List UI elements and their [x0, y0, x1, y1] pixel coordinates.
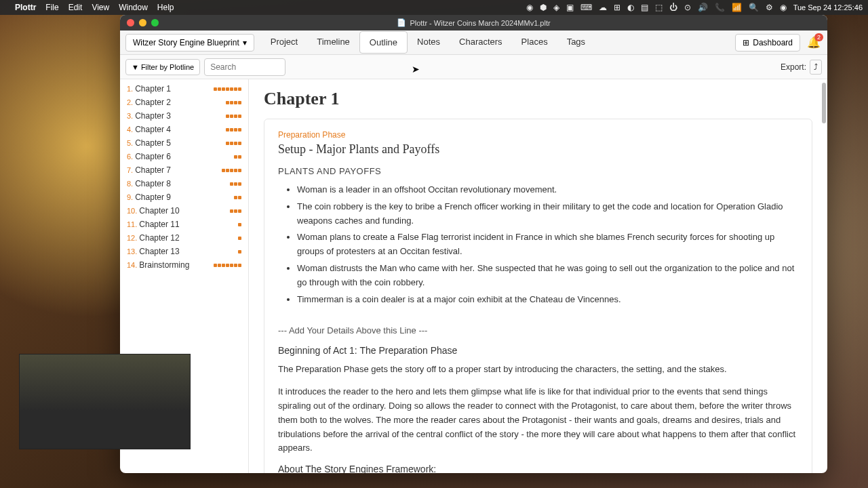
bullet-item: Woman is a leader in an offshoot Occitan… [297, 183, 798, 197]
tab-timeline[interactable]: Timeline [307, 31, 359, 54]
tab-characters[interactable]: Characters [450, 31, 512, 54]
sidebar-item[interactable]: 10.Chapter 10 [120, 204, 248, 218]
window-title: Plottr - Witzer Coins March 2024MMv1.plt… [410, 19, 550, 27]
tab-notes[interactable]: Notes [408, 31, 450, 54]
sidebar-item[interactable]: 6.Chapter 6 [120, 150, 248, 163]
status-icon[interactable]: ▣ [566, 3, 574, 12]
act-heading: Beginning of Act 1: The Preparation Phas… [278, 345, 798, 356]
status-icon[interactable]: ◐ [627, 3, 634, 12]
main-content: Chapter 1 Preparation Phase Setup - Majo… [249, 79, 827, 473]
sidebar-item[interactable]: 13.Chapter 13 [120, 245, 248, 258]
siri-icon[interactable]: ◉ [780, 3, 787, 12]
sidebar-item[interactable]: 3.Chapter 3 [120, 109, 248, 123]
tab-tags[interactable]: Tags [557, 31, 595, 54]
menubar-app-name[interactable]: Plottr [15, 3, 36, 12]
sidebar-item[interactable]: 2.Chapter 2 [120, 96, 248, 109]
menu-help[interactable]: Help [157, 3, 174, 12]
status-icon[interactable]: ⊙ [684, 3, 691, 12]
dashboard-icon: ⊞ [743, 38, 749, 47]
volume-icon[interactable]: 🔊 [698, 3, 708, 12]
app-window: 📄 Plottr - Witzer Coins March 2024MMv1.p… [120, 15, 827, 473]
sidebar-item[interactable]: 5.Chapter 5 [120, 136, 248, 150]
document-icon: 📄 [397, 18, 406, 27]
status-icon[interactable]: ⬢ [540, 3, 547, 12]
sidebar-item[interactable]: 4.Chapter 4 [120, 123, 248, 136]
bullet-item: The coin robbery is the key to bribe a F… [297, 200, 798, 228]
notifications-button[interactable]: 🔔 2 [806, 35, 822, 51]
control-center-icon[interactable]: ⚙ [766, 3, 773, 12]
bullet-list: Woman is a leader in an offshoot Occitan… [278, 183, 798, 306]
blueprint-dropdown[interactable]: Witzer Story Engine Blueprint ▾ [125, 34, 254, 52]
wifi-icon[interactable]: 📶 [732, 3, 742, 12]
phase-label: Preparation Phase [278, 130, 798, 140]
scene-card: Preparation Phase Setup - Major Plants a… [264, 119, 812, 473]
paragraph: The Preparation Phase gets the story off… [278, 363, 798, 377]
filter-icon: ▼ [132, 63, 139, 71]
paragraph: It introduces the reader to the hero and… [278, 385, 798, 455]
plants-heading: PLANTS AND PAYOFFS [278, 166, 798, 176]
phone-icon[interactable]: 📞 [715, 3, 725, 12]
menu-view[interactable]: View [92, 3, 109, 12]
status-icon[interactable]: ⊞ [614, 3, 620, 12]
tab-project[interactable]: Project [261, 31, 307, 54]
export-label: Export: [781, 62, 806, 72]
export-button[interactable]: ⤴ [810, 60, 822, 75]
minimize-button[interactable] [139, 19, 146, 26]
search-icon[interactable]: 🔍 [749, 3, 759, 12]
toolbar: Witzer Story Engine Blueprint ▾ Project … [120, 30, 827, 55]
menu-edit[interactable]: Edit [68, 3, 83, 12]
dashboard-label: Dashboard [753, 38, 793, 47]
titlebar: 📄 Plottr - Witzer Coins March 2024MMv1.p… [120, 15, 827, 30]
subbar: ▼ Filter by Plotline Export: ⤴ [120, 55, 827, 79]
notification-count: 2 [814, 33, 823, 41]
status-icon[interactable]: ⬚ [655, 3, 663, 12]
status-icon[interactable]: ⌨ [580, 3, 592, 12]
sidebar-item[interactable]: 9.Chapter 9 [120, 190, 248, 204]
sidebar-item[interactable]: 14.Brainstorming [120, 258, 248, 272]
blueprint-label: Witzer Story Engine Blueprint [133, 38, 239, 47]
menu-file[interactable]: File [45, 3, 58, 12]
menubar-clock[interactable]: Tue Sep 24 12:25:46 [793, 3, 863, 12]
close-button[interactable] [127, 19, 134, 26]
chapter-title: Chapter 1 [264, 89, 812, 109]
maximize-button[interactable] [151, 19, 159, 26]
bullet-item: Woman distrusts the Man who came with he… [297, 262, 798, 290]
filter-label: Filter by Plotline [141, 63, 194, 71]
status-icon[interactable]: ◈ [553, 3, 559, 12]
sidebar-item[interactable]: 1.Chapter 1 [120, 82, 248, 96]
card-title: Setup - Major Plants and Payoffs [278, 142, 798, 157]
about-heading: About The Story Engines Framework: [278, 464, 798, 473]
filter-plotline-button[interactable]: ▼ Filter by Plotline [125, 59, 200, 75]
divider-text: --- Add Your Details Above this Line --- [278, 325, 798, 336]
chevron-down-icon: ▾ [243, 38, 247, 47]
status-icon[interactable]: ◉ [526, 3, 533, 12]
menu-window[interactable]: Window [119, 3, 148, 12]
status-icon[interactable]: ⏻ [669, 3, 677, 12]
tab-outline[interactable]: Outline [359, 31, 408, 54]
macos-menubar: Plottr File Edit View Window Help ◉ ⬢ ◈ … [0, 0, 868, 15]
status-icon[interactable]: ▤ [641, 3, 648, 12]
sidebar-item[interactable]: 8.Chapter 8 [120, 177, 248, 190]
webcam-overlay [19, 354, 191, 449]
sidebar-item[interactable]: 7.Chapter 7 [120, 163, 248, 177]
scrollbar[interactable] [822, 83, 826, 123]
status-icon[interactable]: ☁ [599, 3, 607, 12]
tab-places[interactable]: Places [512, 31, 557, 54]
bullet-item: Woman plans to create a False Flag terro… [297, 230, 798, 259]
search-input[interactable] [204, 58, 285, 76]
sidebar-item[interactable]: 12.Chapter 12 [120, 231, 248, 245]
bullet-item: Timmerman is a coin dealer is at a major… [297, 293, 798, 307]
sidebar-item[interactable]: 11.Chapter 11 [120, 218, 248, 231]
dashboard-button[interactable]: ⊞ Dashboard [735, 34, 800, 52]
